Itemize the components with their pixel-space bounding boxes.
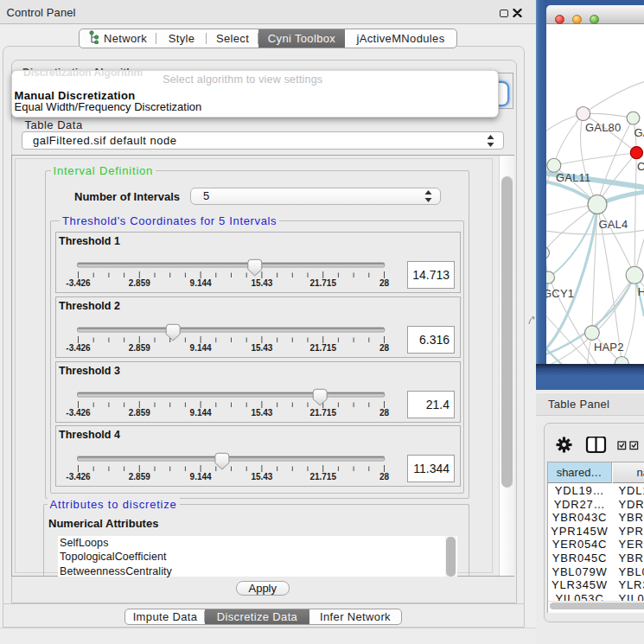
svg-text:-3.426: -3.426: [66, 278, 91, 288]
svg-text:C: C: [637, 160, 644, 173]
svg-text:28: 28: [379, 472, 390, 481]
svg-text:-3.426: -3.426: [66, 472, 91, 481]
svg-text:15.43: 15.43: [251, 343, 272, 353]
svg-text:GAL4: GAL4: [598, 218, 628, 231]
svg-text:2.859: 2.859: [129, 472, 150, 481]
svg-text:GCY1: GCY1: [546, 287, 574, 300]
svg-text:9.144: 9.144: [190, 278, 212, 288]
svg-text:9.144: 9.144: [190, 472, 212, 481]
svg-text:15.43: 15.43: [251, 472, 272, 481]
svg-text:28: 28: [379, 343, 390, 353]
svg-text:GAL11: GAL11: [556, 171, 591, 184]
svg-text:28: 28: [379, 408, 390, 418]
svg-text:2.859: 2.859: [129, 343, 150, 353]
svg-text:H: H: [637, 285, 644, 298]
svg-text:HAP2: HAP2: [593, 341, 623, 354]
svg-text:21.715: 21.715: [309, 278, 336, 288]
svg-text:28: 28: [379, 278, 390, 288]
svg-text:GAL80: GAL80: [585, 121, 621, 134]
svg-text:21.715: 21.715: [309, 408, 336, 418]
svg-text:GA: GA: [634, 126, 644, 139]
svg-text:2.859: 2.859: [129, 278, 150, 288]
svg-text:2.859: 2.859: [129, 408, 150, 418]
svg-text:9.144: 9.144: [190, 408, 212, 418]
svg-text:-3.426: -3.426: [66, 343, 91, 353]
svg-text:21.715: 21.715: [309, 343, 336, 353]
svg-text:21.715: 21.715: [309, 472, 336, 481]
svg-text:15.43: 15.43: [251, 408, 272, 418]
svg-text:15.43: 15.43: [251, 278, 272, 288]
svg-text:-3.426: -3.426: [66, 408, 91, 418]
svg-text:9.144: 9.144: [190, 343, 212, 353]
